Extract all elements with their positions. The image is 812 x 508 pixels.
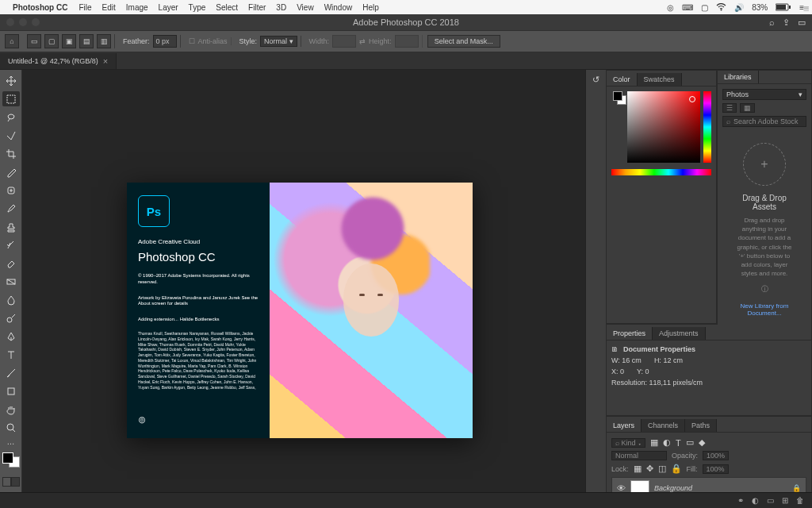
share-icon[interactable]: ⇪ [783,17,790,28]
opacity-field[interactable]: 100% [703,451,729,460]
close-tab-icon[interactable]: × [103,56,108,66]
zoom-window-button[interactable] [32,18,40,26]
blur-tool-icon[interactable] [2,292,20,307]
brush-tool-icon[interactable] [2,201,20,216]
fg-bg-swatches[interactable] [613,91,624,102]
anti-alias-checkbox[interactable]: ☐ [189,37,195,45]
footer-fx-icon[interactable]: ◐ [752,496,759,505]
gradient-tool-icon[interactable] [2,274,20,289]
volume-icon[interactable]: 🔊 [734,3,744,12]
tab-swatches[interactable]: Swatches [638,73,682,86]
filter-type-icon[interactable]: T [676,438,681,448]
selection-intersect-icon[interactable]: ▥ [97,34,111,48]
battery-icon[interactable] [776,3,791,11]
menu-3d[interactable]: 3D [276,3,286,12]
layer-name[interactable]: Background [654,484,692,492]
menu-edit[interactable]: Edit [102,3,116,12]
wifi-icon[interactable] [716,3,726,11]
new-library-link[interactable]: New Library from Document... [733,302,795,317]
document-tab[interactable]: Untitled-1 @ 42,7% (RGB/8) × [0,53,117,69]
workspace-icon[interactable]: ▭ [798,17,806,28]
tab-paths[interactable]: Paths [685,419,717,432]
move-tool-icon[interactable] [2,73,20,88]
menu-layer[interactable]: Layer [159,3,178,12]
tab-channels[interactable]: Channels [642,419,685,432]
tab-layers[interactable]: Layers [607,419,642,432]
drop-target-icon[interactable] [743,143,786,186]
swap-icon[interactable]: ⇄ [359,37,366,45]
menu-filter[interactable]: Filter [248,3,266,12]
menu-view[interactable]: View [297,3,314,12]
quickmask-toggle[interactable] [2,477,20,487]
selection-add-icon[interactable]: ▣ [62,34,76,48]
selection-subtract-icon[interactable]: ▤ [79,34,94,48]
lock-position-icon[interactable]: ✥ [646,464,653,474]
tab-properties[interactable]: Properties [607,327,653,340]
keyboard-icon[interactable]: ⌨ [682,3,693,12]
stamp-tool-icon[interactable] [2,219,20,234]
search-icon[interactable]: ⌕ [769,17,775,28]
panel-menu-icon[interactable]: ≡ [803,3,809,14]
zoom-tool-icon[interactable] [2,420,20,435]
marquee-preset-icon[interactable]: ▭ [27,34,41,48]
feather-field[interactable]: 0 px [153,35,177,48]
app-menu[interactable]: Photoshop CC [8,3,67,12]
cc-badge-icon[interactable]: ◎ [667,3,674,12]
dodge-tool-icon[interactable] [2,310,20,325]
menu-window[interactable]: Window [324,3,353,12]
lasso-tool-icon[interactable] [2,110,20,125]
eyedropper-tool-icon[interactable] [2,164,20,179]
tab-adjustments[interactable]: Adjustments [653,327,706,340]
library-select[interactable]: Photos▾ [722,89,806,100]
close-window-button[interactable] [6,18,14,26]
filter-adjust-icon[interactable]: ◐ [663,437,671,448]
menu-image[interactable]: Image [126,3,148,12]
filter-image-icon[interactable]: ▦ [650,437,658,448]
footer-trash-icon[interactable]: 🗑 [796,496,804,505]
hue-slider[interactable] [703,91,711,163]
library-search-input[interactable]: ⌕Search Adobe Stock [722,116,806,127]
home-icon[interactable]: ⌂ [5,34,19,48]
height-field[interactable] [395,35,419,48]
filter-smart-icon[interactable]: ◆ [699,437,705,448]
type-tool-icon[interactable] [2,347,20,362]
marquee-tool-icon[interactable] [2,91,20,106]
history-brush-tool-icon[interactable] [2,237,20,252]
collapsed-history-icon[interactable]: ↺ [592,75,599,85]
color-field[interactable] [627,91,700,163]
crop-tool-icon[interactable] [2,146,20,161]
eraser-tool-icon[interactable] [2,256,20,271]
lock-pixels-icon[interactable]: ▦ [634,464,642,474]
hand-tool-icon[interactable] [2,402,20,417]
lock-artboard-icon[interactable]: ◫ [658,464,666,474]
pen-tool-icon[interactable] [2,329,20,344]
menu-type[interactable]: Type [189,3,206,12]
selection-new-icon[interactable]: ▢ [44,34,59,48]
layer-filter-select[interactable]: ⌕ Kind ▾ [611,438,645,448]
menu-select[interactable]: Select [216,3,238,12]
info-icon[interactable]: ⓘ [733,284,795,294]
footer-mask-icon[interactable]: ▭ [767,496,774,505]
color-swatches-tool[interactable] [2,452,20,468]
airplay-icon[interactable]: ▢ [701,3,708,12]
menu-help[interactable]: Help [362,3,379,12]
path-tool-icon[interactable] [2,365,20,380]
blend-mode-select[interactable]: Normal [611,451,667,460]
footer-link-icon[interactable]: ⚭ [737,496,744,505]
lib-view-grid-icon[interactable]: ▦ [740,103,755,113]
quickselect-tool-icon[interactable] [2,128,20,143]
tab-libraries[interactable]: Libraries [718,71,759,83]
tab-color[interactable]: Color [607,73,638,86]
lib-view-list-icon[interactable]: ☰ [722,103,737,113]
menu-file[interactable]: File [79,3,91,12]
spectrum-ramp[interactable] [611,169,711,175]
minimize-window-button[interactable] [19,18,27,26]
style-select[interactable]: Normal ▾ [260,36,297,47]
healing-tool-icon[interactable] [2,183,20,198]
fill-field[interactable]: 100% [703,464,729,474]
width-field[interactable] [332,35,356,48]
footer-new-icon[interactable]: ⊞ [782,496,788,505]
shape-tool-icon[interactable] [2,383,20,398]
select-and-mask-button[interactable]: Select and Mask... [427,35,500,48]
lock-all-icon[interactable]: 🔒 [671,464,682,474]
